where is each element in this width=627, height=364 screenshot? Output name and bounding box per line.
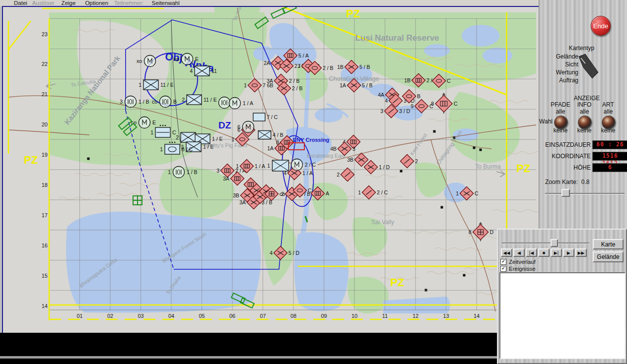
unit-label: 2 / C bbox=[305, 162, 316, 168]
unit-label: 3 bbox=[380, 108, 383, 114]
replay-slider-thumb[interactable] bbox=[551, 239, 558, 247]
grid-col-05: 05 bbox=[199, 313, 205, 319]
unit-label: 1 bbox=[244, 82, 247, 88]
kartentyp-knob-pointer[interactable] bbox=[577, 54, 602, 81]
place-label-6: To Burma bbox=[475, 163, 501, 170]
transport-button-0[interactable]: ◀◀ bbox=[501, 248, 512, 257]
karte-button[interactable]: Karte bbox=[593, 239, 624, 249]
unit-label: 3A bbox=[267, 78, 273, 84]
kartentyp-option-gelände[interactable]: Gelände bbox=[539, 53, 578, 61]
unit-label: 1 bbox=[168, 169, 171, 175]
transport-button-6[interactable]: ▶▶ bbox=[575, 248, 587, 257]
unit-label: 9 bbox=[411, 103, 414, 109]
map-canvas[interactable]: 0102030405060708091011121314232221201918… bbox=[3, 7, 539, 333]
unit-label: 1B bbox=[404, 77, 411, 83]
unit-label: 6 / C bbox=[182, 146, 193, 152]
unit-label: 7 / C bbox=[267, 114, 278, 120]
anzeige-label: ANZEIGE bbox=[562, 95, 612, 102]
readout-label-0: EINSATZDAUER bbox=[539, 141, 591, 148]
grid-col-02: 02 bbox=[107, 313, 113, 319]
checkbox-ereignisse[interactable]: ✓ bbox=[500, 266, 506, 272]
map-unit-friendly[interactable]: 4 / B bbox=[258, 131, 283, 139]
unit-label: 1 / D bbox=[379, 164, 390, 170]
unit-label: 1 bbox=[231, 136, 234, 142]
unit-label: 3A bbox=[223, 176, 229, 182]
replay-panel: ◀◀◀|◀■▶|▶▶▶ Karte Gelände ✓Zeitverlauf✓E… bbox=[497, 229, 627, 364]
kartentyp-options: GeländeSichtWertungAuftrag bbox=[539, 53, 578, 84]
unit-label: 11 / E bbox=[204, 97, 217, 103]
grid-row-15: 15 bbox=[42, 273, 48, 279]
art-knob[interactable] bbox=[602, 116, 616, 129]
grid-row-19: 19 bbox=[42, 152, 48, 158]
pz-label-2: PZ bbox=[516, 162, 530, 175]
unit-label: C bbox=[454, 101, 458, 107]
unit-label: 3B bbox=[347, 157, 353, 163]
grid-row-17: 17 bbox=[42, 212, 48, 218]
unit-label: 11 / E bbox=[160, 82, 174, 88]
transport-button-2[interactable]: |◀ bbox=[526, 248, 537, 257]
unit-label: 11 bbox=[211, 68, 217, 74]
grid-col-10: 10 bbox=[351, 313, 357, 319]
kartentyp-option-wertung[interactable]: Wertung bbox=[539, 68, 578, 76]
grid-col-03: 03 bbox=[138, 313, 143, 319]
gelaende-button[interactable]: Gelände bbox=[593, 251, 624, 262]
transport-button-5[interactable]: ▶ bbox=[563, 248, 574, 257]
kartentyp-option-auftrag[interactable]: Auftrag bbox=[539, 76, 578, 84]
unit-label: 4 / B bbox=[273, 132, 283, 138]
unit-label: C bbox=[475, 190, 479, 196]
grid-col-01: 01 bbox=[76, 313, 82, 319]
unit-label: 2 / C bbox=[377, 189, 388, 195]
grid-row-23: 23 bbox=[42, 31, 48, 37]
grid-col-04: 04 bbox=[168, 313, 174, 319]
unit-label: 2 bbox=[281, 191, 284, 197]
unit-label: 1 / E bbox=[212, 136, 223, 142]
grid-row-18: 18 bbox=[42, 182, 48, 188]
unit-label: A bbox=[326, 190, 329, 196]
info-knob[interactable] bbox=[578, 116, 592, 129]
place-label-7: Sai Vally bbox=[371, 219, 394, 226]
map-graphic-label-2: DZ bbox=[218, 120, 231, 130]
kartentyp-option-sicht[interactable]: Sicht bbox=[539, 61, 578, 68]
anzeige-art-alle: alle bbox=[593, 108, 623, 115]
unit-label: 3 bbox=[352, 146, 355, 152]
unit-label: 8 bbox=[276, 139, 279, 145]
map-unit-friendly-hq[interactable] bbox=[219, 97, 230, 109]
unit-label: xo bbox=[174, 56, 179, 62]
unit-label: 4 bbox=[190, 68, 193, 74]
unit-label: 2 bbox=[176, 134, 179, 140]
checkbox-zeitverlauf[interactable]: ✓ bbox=[500, 259, 506, 265]
pfade-knob[interactable] bbox=[554, 116, 568, 129]
ende-button[interactable]: Ende bbox=[591, 16, 611, 36]
bottom-bar bbox=[0, 333, 497, 364]
unit-label: 2A bbox=[264, 60, 270, 66]
grid-col-08: 08 bbox=[290, 313, 296, 319]
unit-label: 1A bbox=[340, 82, 346, 88]
zoom-slider-track[interactable] bbox=[545, 193, 625, 194]
zoom-karte-label: Zoom Karte: 0.8 bbox=[545, 179, 589, 185]
unit-label: 8 bbox=[431, 101, 434, 107]
readout-value-1: 1516 1612 bbox=[592, 152, 627, 161]
unit-label: 1 / B bbox=[187, 169, 198, 175]
replay-slider-track[interactable] bbox=[502, 243, 589, 244]
unit-label: 3B bbox=[233, 192, 239, 198]
unit-label: 3 / D bbox=[399, 108, 411, 114]
unit-label: 3 bbox=[120, 99, 123, 105]
unit-label: 1A bbox=[267, 145, 274, 151]
unit-label: 3 bbox=[297, 63, 300, 69]
grid-row-22: 22 bbox=[42, 61, 48, 67]
transport-button-1[interactable]: ◀ bbox=[513, 248, 525, 257]
event-listbox[interactable] bbox=[499, 272, 626, 359]
unit-label: 2 bbox=[337, 172, 340, 178]
unit-label: 2 bbox=[182, 97, 185, 103]
unit-label: 1 / A bbox=[302, 170, 313, 176]
unit-label: 1B bbox=[337, 64, 344, 70]
grid-col-11: 11 bbox=[382, 313, 388, 319]
zoom-slider-thumb[interactable] bbox=[561, 189, 570, 197]
transport-button-3[interactable]: ■ bbox=[538, 248, 550, 257]
unit-label: 1 / B bbox=[139, 99, 149, 105]
transport-button-4[interactable]: ▶| bbox=[551, 248, 562, 257]
unit-label: 5 / D bbox=[288, 250, 300, 256]
pz-label-1: PZ bbox=[24, 154, 38, 166]
unit-label: 1 bbox=[150, 129, 153, 135]
unit-label: 2 / B bbox=[323, 65, 334, 71]
